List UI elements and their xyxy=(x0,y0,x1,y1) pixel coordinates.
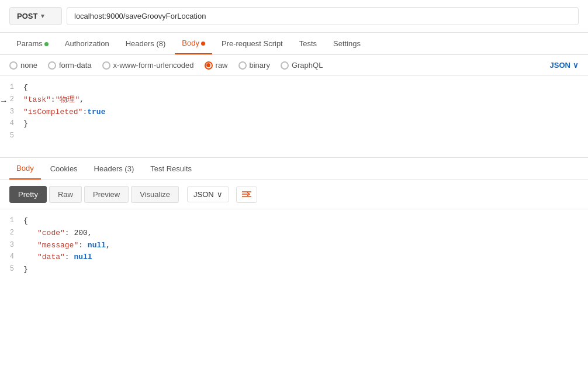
radio-none-circle xyxy=(9,61,18,70)
format-raw[interactable]: Raw xyxy=(49,186,82,203)
radio-form-data[interactable]: form-data xyxy=(48,61,92,70)
resp-line-5: 5 } xyxy=(0,264,588,276)
method-dropdown[interactable]: POST ▾ xyxy=(9,7,62,25)
radio-urlencoded[interactable]: x-www-form-urlencoded xyxy=(102,61,194,70)
radio-raw[interactable]: raw xyxy=(205,61,228,70)
tab-prerequest[interactable]: Pre-request Script xyxy=(215,33,290,54)
request-body-editor[interactable]: → 1 { 2 "task":"物理", 3 "isCompleted":tru… xyxy=(0,76,588,158)
tab-params[interactable]: Params xyxy=(9,33,56,54)
format-pretty[interactable]: Pretty xyxy=(9,186,47,203)
json-type-dropdown[interactable]: JSON ∨ xyxy=(550,61,579,70)
method-label: POST xyxy=(17,12,37,20)
radio-form-data-circle xyxy=(48,61,56,70)
tab-headers[interactable]: Headers (8) xyxy=(119,33,173,54)
url-bar: POST ▾ xyxy=(0,0,588,33)
body-type-row: none form-data x-www-form-urlencoded raw… xyxy=(0,55,588,76)
request-tabs: Params Authorization Headers (8) Body Pr… xyxy=(0,33,588,55)
params-dot xyxy=(44,42,49,46)
tab-authorization[interactable]: Authorization xyxy=(58,33,116,54)
resp-line-1: 1 { xyxy=(0,215,588,227)
format-preview[interactable]: Preview xyxy=(84,186,129,203)
response-tab-headers[interactable]: Headers (3) xyxy=(87,158,141,179)
wrap-button[interactable] xyxy=(236,187,257,203)
radio-urlencoded-circle xyxy=(102,61,110,70)
response-format-row: Pretty Raw Preview Visualize JSON ∨ xyxy=(0,180,588,209)
wrap-icon xyxy=(241,189,252,199)
format-visualize[interactable]: Visualize xyxy=(131,186,179,203)
tab-body[interactable]: Body xyxy=(175,33,212,54)
arrow-indicator: → xyxy=(1,95,6,108)
req-line-4: 4 } xyxy=(0,118,588,130)
resp-line-4: 4 "data": null xyxy=(0,251,588,264)
radio-binary-circle xyxy=(238,61,247,70)
tab-tests[interactable]: Tests xyxy=(292,33,324,54)
radio-none[interactable]: none xyxy=(9,61,37,70)
resp-line-2: 2 "code": 200, xyxy=(0,227,588,240)
radio-graphql-circle xyxy=(281,61,289,70)
resp-line-3: 3 "message": null, xyxy=(0,240,588,252)
tab-settings[interactable]: Settings xyxy=(326,33,368,54)
radio-binary[interactable]: binary xyxy=(238,61,270,70)
req-line-3: 3 "isCompleted":true xyxy=(0,106,588,119)
response-tabs: Body Cookies Headers (3) Test Results xyxy=(0,158,588,180)
response-tab-body[interactable]: Body xyxy=(9,158,41,180)
radio-graphql[interactable]: GraphQL xyxy=(281,61,323,70)
radio-raw-circle xyxy=(205,61,213,70)
req-line-5: 5 xyxy=(0,130,588,143)
response-tab-cookies[interactable]: Cookies xyxy=(43,158,85,179)
req-line-2: 2 "task":"物理", xyxy=(0,94,588,106)
response-body-editor: 1 { 2 "code": 200, 3 "message": null, 4 … xyxy=(0,209,588,297)
method-chevron: ▾ xyxy=(41,12,44,20)
url-input[interactable] xyxy=(67,7,579,25)
response-json-dropdown[interactable]: JSON ∨ xyxy=(187,187,229,202)
response-tab-testresults[interactable]: Test Results xyxy=(143,158,199,179)
body-dot xyxy=(201,42,205,46)
req-line-1: 1 { xyxy=(0,82,588,94)
